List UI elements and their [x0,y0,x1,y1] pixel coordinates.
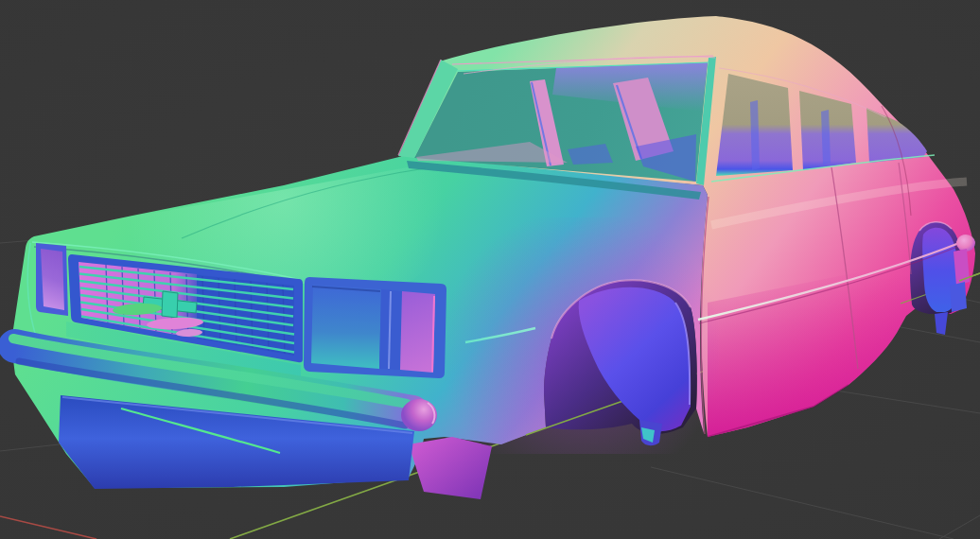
headlight-left-lens [41,249,64,310]
viewport-3d[interactable] [0,0,980,539]
bumper-end-cap [401,399,437,431]
headlight-left [36,243,68,316]
headlight-right-bucket [311,285,381,369]
viewport-canvas[interactable] [0,0,980,539]
turn-signal-lens [400,291,435,373]
rear-bumperette-blue [950,282,967,312]
headlight-right-assembly [304,277,446,378]
